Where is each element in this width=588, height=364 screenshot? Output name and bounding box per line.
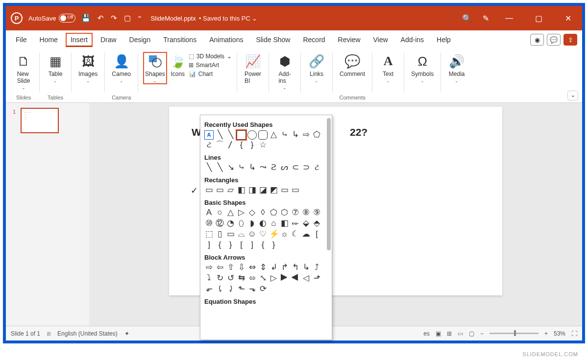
- shape-brace-r-icon[interactable]: }: [247, 141, 257, 150]
- shape-icon[interactable]: ⇨: [204, 263, 214, 272]
- shape-brace-l-icon[interactable]: {: [237, 141, 246, 150]
- shape-icon[interactable]: ↲: [269, 263, 278, 272]
- shape-textbox-icon[interactable]: A: [204, 130, 214, 140]
- shape-icon[interactable]: ↳: [301, 263, 311, 272]
- pen-icon[interactable]: ✎: [483, 14, 489, 23]
- shape-arrow-icon[interactable]: ⇨: [301, 130, 311, 140]
- shape-icon[interactable]: ◔: [226, 219, 235, 228]
- shape-icon[interactable]: ]: [204, 241, 214, 250]
- shape-icon[interactable]: ⤸: [226, 285, 235, 294]
- shape-rectangle-icon[interactable]: [237, 130, 246, 140]
- shape-icon[interactable]: ⌓: [237, 230, 246, 239]
- undo-icon[interactable]: ↶: [98, 14, 104, 23]
- shape-icon[interactable]: ⤷: [237, 163, 246, 172]
- shape-scribble-icon[interactable]: ટ: [204, 141, 214, 150]
- links-button[interactable]: 🔗Links: [306, 52, 327, 84]
- shape-icon[interactable]: ╲: [204, 163, 214, 172]
- shape-icon[interactable]: ☺: [247, 230, 257, 239]
- fit-window-icon[interactable]: ⛶: [571, 330, 577, 337]
- shape-icon[interactable]: ▯: [215, 230, 224, 239]
- shape-icon[interactable]: ⑧: [301, 208, 311, 218]
- present-icon[interactable]: ▢: [124, 14, 131, 23]
- shape-icon[interactable]: ⤵: [204, 274, 214, 283]
- shape-icon[interactable]: △: [226, 208, 235, 218]
- shape-icon[interactable]: ╲: [215, 163, 224, 172]
- shape-curve-icon[interactable]: ⌒: [215, 141, 224, 150]
- view-slideshow-icon[interactable]: ▢: [469, 330, 474, 337]
- powerbi-button[interactable]: 📈Power BI: [242, 52, 264, 85]
- shape-icon[interactable]: ⬯: [237, 219, 246, 228]
- shape-icon[interactable]: ▱: [226, 186, 235, 195]
- shape-icon[interactable]: ⌂: [269, 219, 278, 228]
- shape-icon[interactable]: ⯈: [280, 274, 289, 283]
- menu-animations[interactable]: Animations: [204, 33, 248, 47]
- shape-icon[interactable]: ⑦: [291, 208, 300, 218]
- shape-icon[interactable]: ⇔: [247, 263, 257, 272]
- collapse-ribbon-icon[interactable]: ⌄: [567, 91, 578, 100]
- shape-roundrect-icon[interactable]: [258, 130, 268, 140]
- text-button[interactable]: AText: [377, 52, 399, 84]
- shape-icon[interactable]: ⑩: [204, 219, 214, 228]
- shape-icon[interactable]: ○: [215, 208, 224, 218]
- smartart-button[interactable]: ⊞SmartArt: [189, 62, 219, 69]
- menu-design[interactable]: Design: [124, 33, 156, 47]
- shape-icon[interactable]: {: [258, 241, 268, 250]
- shape-icon[interactable]: ⬚: [204, 230, 214, 239]
- shape-icon[interactable]: }: [269, 241, 278, 250]
- shape-icon[interactable]: ⚡: [269, 230, 278, 239]
- shape-icon[interactable]: ▭: [215, 186, 224, 195]
- shape-icon[interactable]: ⬑: [237, 285, 246, 294]
- close-button[interactable]: ✕: [559, 14, 577, 23]
- shape-icon[interactable]: ⤡: [258, 274, 268, 283]
- flyout-scrollbar[interactable]: [327, 118, 331, 250]
- shape-icon[interactable]: ⬡: [280, 208, 289, 218]
- shape-icon[interactable]: ⇆: [237, 274, 246, 283]
- shape-icon[interactable]: ◧: [237, 186, 246, 195]
- shape-icon[interactable]: ◁: [301, 274, 311, 283]
- save-icon[interactable]: 💾: [81, 14, 91, 23]
- zoom-slider[interactable]: [490, 333, 539, 334]
- shape-icon[interactable]: ◩: [269, 186, 278, 195]
- shape-icon[interactable]: ▭: [204, 186, 214, 195]
- shape-icon[interactable]: ᔕ: [280, 163, 289, 172]
- shape-icon[interactable]: ▭: [291, 186, 300, 195]
- shape-icon[interactable]: [: [237, 241, 246, 250]
- shape-icon[interactable]: ટ: [312, 163, 321, 172]
- shape-icon[interactable]: ⬰: [291, 219, 300, 228]
- shape-icon[interactable]: ]: [247, 241, 257, 250]
- zoom-level[interactable]: 53%: [554, 330, 565, 337]
- shape-icon[interactable]: }: [226, 241, 235, 250]
- shape-icon[interactable]: ◗: [247, 219, 257, 228]
- shape-icon[interactable]: ♡: [258, 230, 268, 239]
- shape-icon[interactable]: ⇕: [258, 263, 268, 272]
- menu-slideshow[interactable]: Slide Show: [251, 33, 295, 47]
- redo-icon[interactable]: ↷: [111, 14, 117, 23]
- comments-pane-icon[interactable]: 💬: [547, 34, 561, 46]
- shape-icon[interactable]: ⑨: [312, 208, 321, 218]
- shape-icon[interactable]: ⊂: [291, 163, 300, 172]
- shape-icon[interactable]: ⬎: [247, 285, 257, 294]
- document-title[interactable]: SlideModel.pptx • Saved to this PC ⌄: [150, 15, 257, 22]
- shape-icon[interactable]: ☾: [291, 230, 300, 239]
- shape-line-icon[interactable]: ╲: [215, 130, 224, 140]
- shape-icon[interactable]: ↘: [226, 163, 235, 172]
- zoom-out-icon[interactable]: −: [480, 330, 484, 337]
- shape-icon[interactable]: ▭: [280, 186, 289, 195]
- shape-icon[interactable]: ▷: [237, 208, 246, 218]
- shape-icon[interactable]: ◧: [280, 219, 289, 228]
- shape-icon[interactable]: ↳: [247, 163, 257, 172]
- media-button[interactable]: 🔊Media: [446, 52, 467, 84]
- shape-icon[interactable]: ▭: [226, 230, 235, 239]
- status-language[interactable]: English (United States): [57, 330, 118, 337]
- shape-icon[interactable]: ↰: [291, 263, 300, 272]
- shape-icon[interactable]: ⤹: [215, 285, 224, 294]
- symbols-button[interactable]: ΩSymbols: [409, 52, 436, 84]
- shape-freeform-icon[interactable]: 〳: [226, 141, 235, 150]
- shape-elbow-icon[interactable]: ↳: [291, 130, 300, 140]
- shape-line2-icon[interactable]: ╲: [226, 130, 235, 140]
- maximize-button[interactable]: ▢: [529, 14, 548, 23]
- shape-icon[interactable]: {: [215, 241, 224, 250]
- shape-icon[interactable]: ⇩: [237, 263, 246, 272]
- shape-icon[interactable]: ⬘: [312, 219, 321, 228]
- shape-icon[interactable]: ⤳: [258, 163, 268, 172]
